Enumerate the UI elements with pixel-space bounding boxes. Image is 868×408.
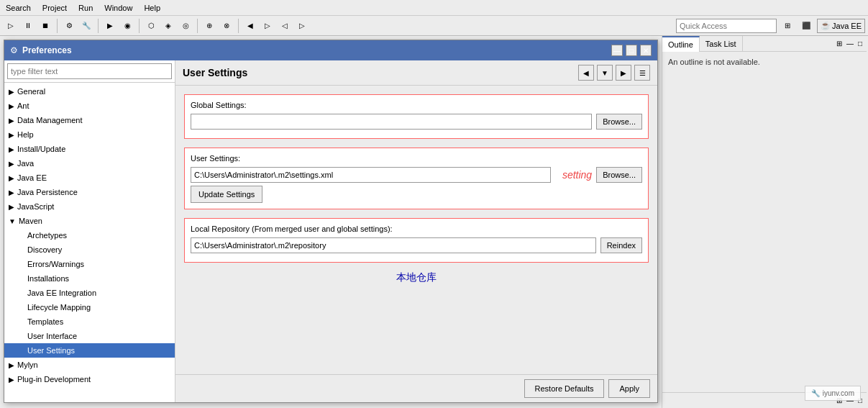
dialog-body: ▶General▶Ant▶Data Management▶Help▶Instal… — [4, 60, 657, 402]
local-repo-reindex-btn[interactable]: Reindex — [600, 237, 642, 253]
outline-message: An outline is not available. — [668, 58, 760, 66]
content-panel: User Settings ◀ ▼ ▶ ☰ Global Settings: — [175, 60, 657, 402]
toolbar-btn-16[interactable]: ▷ — [294, 18, 310, 34]
toolbar-perspective-btn[interactable]: ⬛ — [798, 18, 814, 34]
toolbar-btn-15[interactable]: ◁ — [277, 18, 293, 34]
toolbar-btn-8[interactable]: ⬡ — [143, 18, 159, 34]
toolbar-btn-7[interactable]: ◉ — [119, 18, 135, 34]
tree-item-lifecycle-mapping[interactable]: Lifecycle Mapping — [4, 300, 175, 314]
restore-defaults-btn[interactable]: Restore Defaults — [524, 379, 605, 398]
toolbar-sep-5 — [238, 19, 239, 33]
toolbar-btn-5[interactable]: 🔧 — [78, 18, 94, 34]
local-repo-annotation: 本地仓库 — [184, 271, 649, 284]
toolbar-btn-14[interactable]: ▷ — [260, 18, 275, 34]
dialog-icon: ⚙ — [10, 45, 18, 55]
dialog-minimize-btn[interactable]: — — [611, 45, 623, 56]
apply-btn[interactable]: Apply — [608, 379, 650, 398]
content-body: Global Settings: Browse... User Settings… — [175, 86, 657, 374]
quick-access-input[interactable] — [676, 19, 777, 33]
nav-menu-btn[interactable]: ☰ — [634, 65, 650, 81]
local-repo-row: Reindex — [191, 237, 642, 253]
tree-item-mylyn[interactable]: ▶Mylyn — [4, 358, 175, 372]
tree-item-user-interface[interactable]: User Interface — [4, 329, 175, 343]
toolbar-sep-2 — [98, 19, 99, 33]
toolbar-btn-10[interactable]: ◎ — [178, 18, 193, 34]
menu-bar: Search Project Run Window Help — [0, 0, 868, 16]
toolbar-btn-9[interactable]: ◈ — [160, 18, 176, 34]
update-settings-btn[interactable]: Update Settings — [191, 186, 262, 203]
nav-back-btn[interactable]: ◀ — [578, 65, 594, 81]
java-ee-perspective-btn[interactable]: ☕ Java EE — [817, 19, 865, 33]
user-settings-input[interactable] — [191, 167, 551, 183]
tree-item-install-update[interactable]: ▶Install/Update — [4, 142, 175, 156]
content-header: User Settings ◀ ▼ ▶ ☰ — [175, 60, 657, 86]
tree-item-installations[interactable]: Installations — [4, 271, 175, 286]
task-list-tab-label: Task List — [705, 40, 736, 48]
right-panel-maximize-btn[interactable]: □ — [856, 39, 864, 48]
menu-project[interactable]: Project — [42, 4, 67, 12]
toolbar-btn-13[interactable]: ◀ — [242, 18, 258, 34]
global-settings-section: Global Settings: Browse... — [184, 94, 649, 139]
right-tab-controls: ⊞ — □ — [835, 39, 867, 48]
dialog-close-btn[interactable]: ✕ — [640, 45, 652, 56]
watermark: 🔧 iyunv.com — [805, 386, 861, 401]
tree-item-help[interactable]: ▶Help — [4, 127, 175, 142]
toolbar-sep-1 — [57, 19, 58, 33]
quick-access-area: ⊞ ⬛ ☕ Java EE — [676, 18, 865, 34]
toolbar-sep-3 — [139, 19, 140, 33]
menu-window[interactable]: Window — [104, 4, 132, 12]
watermark-icon: 🔧 — [811, 389, 820, 397]
tree-filter-input[interactable] — [7, 63, 172, 79]
tree-content: ▶General▶Ant▶Data Management▶Help▶Instal… — [4, 83, 175, 402]
tree-filter-area — [4, 60, 175, 83]
tree-item-discovery[interactable]: Discovery — [4, 242, 175, 257]
local-repo-section: Local Repository (From merged user and g… — [184, 218, 649, 263]
user-settings-row: setting Browse... — [191, 167, 642, 183]
tab-outline[interactable]: Outline — [662, 36, 700, 52]
user-settings-browse-btn[interactable]: Browse... — [596, 167, 642, 183]
menu-run[interactable]: Run — [78, 4, 93, 12]
toolbar: ▷ ⏸ ⏹ ⚙ 🔧 ▶ ◉ ⬡ ◈ ◎ ⊕ ⊗ ◀ ▷ ◁ ▷ ⊞ ⬛ ☕ Ja… — [0, 16, 868, 36]
right-panel-minimize-btn[interactable]: — — [845, 39, 855, 48]
global-settings-browse-btn[interactable]: Browse... — [596, 114, 642, 130]
menu-help[interactable]: Help — [144, 4, 160, 12]
nav-forward-btn[interactable]: ▶ — [616, 65, 631, 81]
nav-dropdown-btn[interactable]: ▼ — [597, 65, 613, 81]
user-settings-annotation: setting — [562, 169, 592, 181]
tree-item-errors-warnings[interactable]: Errors/Warnings — [4, 257, 175, 271]
global-settings-label: Global Settings: — [191, 101, 642, 109]
global-settings-row: Browse... — [191, 114, 642, 130]
preferences-dialog: ⚙ Preferences — □ ✕ ▶General▶Ant▶Data Ma… — [4, 40, 658, 403]
tree-item-data-management[interactable]: ▶Data Management — [4, 113, 175, 127]
local-repo-label: Local Repository (From merged user and g… — [191, 225, 642, 233]
tab-task-list[interactable]: Task List — [700, 36, 743, 52]
toolbar-btn-4[interactable]: ⚙ — [61, 18, 77, 34]
tree-item-general[interactable]: ▶General — [4, 84, 175, 99]
global-settings-input[interactable] — [191, 114, 592, 130]
toolbar-btn-2[interactable]: ⏸ — [20, 18, 36, 34]
tree-item-maven[interactable]: ▼Maven — [4, 214, 175, 228]
tree-item-plug-in-development[interactable]: ▶Plug-in Development — [4, 372, 175, 386]
toolbar-btn-11[interactable]: ⊕ — [201, 18, 217, 34]
tree-item-java[interactable]: ▶Java — [4, 156, 175, 171]
local-repo-input[interactable] — [191, 237, 596, 253]
dialog-maximize-btn[interactable]: □ — [626, 45, 637, 56]
right-panel-layout-btn[interactable]: ⊞ — [835, 39, 844, 48]
toolbar-btn-12[interactable]: ⊗ — [219, 18, 234, 34]
tree-item-java-ee[interactable]: ▶Java EE — [4, 171, 175, 185]
tree-item-javascript[interactable]: ▶JavaScript — [4, 199, 175, 214]
tree-item-archetypes[interactable]: Archetypes — [4, 228, 175, 242]
toolbar-layout-btn[interactable]: ⊞ — [780, 18, 795, 34]
tree-item-java-persistence[interactable]: ▶Java Persistence — [4, 185, 175, 199]
toolbar-btn-6[interactable]: ▶ — [102, 18, 118, 34]
tree-item-ant[interactable]: ▶Ant — [4, 99, 175, 113]
dialog-title: Preferences — [22, 45, 607, 55]
tree-item-templates[interactable]: Templates — [4, 314, 175, 329]
tree-item-java-ee-integration[interactable]: Java EE Integration — [4, 286, 175, 300]
menu-search[interactable]: Search — [6, 4, 31, 12]
tree-panel: ▶General▶Ant▶Data Management▶Help▶Instal… — [4, 60, 175, 402]
toolbar-btn-3[interactable]: ⏹ — [37, 18, 53, 34]
dialog-footer: Restore Defaults Apply — [175, 374, 657, 402]
toolbar-btn-1[interactable]: ▷ — [3, 18, 19, 34]
tree-item-user-settings[interactable]: User Settings — [4, 343, 175, 358]
